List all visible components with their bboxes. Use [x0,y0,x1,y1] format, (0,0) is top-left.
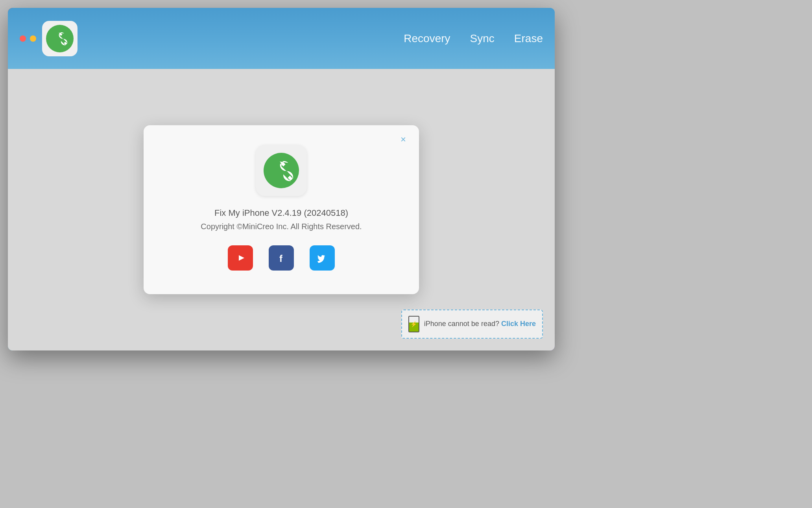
app-logo [46,25,74,52]
nav-erase[interactable]: Erase [514,32,543,45]
titlebar: Recovery Sync Erase [8,8,555,69]
modal-wrench-icon [269,158,294,184]
facebook-button[interactable]: f [269,245,294,271]
main-nav: Recovery Sync Erase [404,32,543,45]
youtube-icon [233,253,247,263]
modal-app-icon [256,145,307,196]
about-modal: × Fix My iPhone V2.4.19 (20240518) Copyr… [144,125,419,294]
app-version-text: Fix My iPhone V2.4.19 (20240518) [214,208,348,218]
facebook-icon: f [274,251,288,265]
modal-close-button[interactable]: × [397,133,410,146]
social-links: f [228,245,335,271]
nav-sync[interactable]: Sync [470,32,495,45]
nav-recovery[interactable]: Recovery [404,32,450,45]
twitter-icon [315,251,329,265]
close-button[interactable] [20,35,26,42]
modal-wrench-logo [264,153,299,188]
main-content: × Fix My iPhone V2.4.19 (20240518) Copyr… [8,69,555,350]
youtube-button[interactable] [228,245,253,271]
window-controls [20,35,36,42]
copyright-text: Copyright ©MiniCreo Inc. All Rights Rese… [201,222,362,231]
twitter-button[interactable] [310,245,335,271]
svg-text:f: f [279,253,283,264]
minimize-button[interactable] [30,35,36,42]
wrench-icon [52,30,68,47]
app-window: Recovery Sync Erase × [8,8,555,350]
modal-overlay: × Fix My iPhone V2.4.19 (20240518) Copyr… [8,69,555,350]
app-icon-titlebar [42,21,78,56]
